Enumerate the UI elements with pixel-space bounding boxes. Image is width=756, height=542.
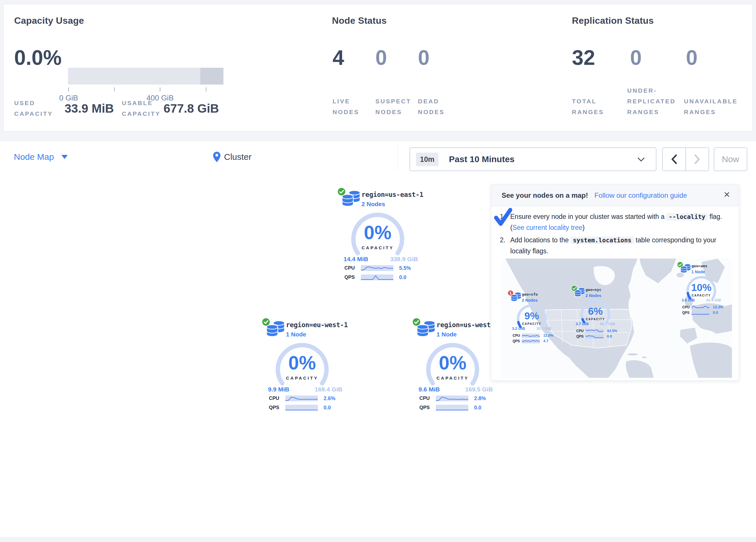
total-value: 65.7 GiB bbox=[600, 322, 615, 326]
live-nodes-label: LIVE NODES bbox=[333, 96, 359, 117]
capacity-percent: 0% bbox=[349, 221, 406, 243]
cpu-sparkline bbox=[586, 329, 603, 333]
nodes-count-link[interactable]: 1 Node bbox=[436, 331, 457, 338]
cpu-sparkline bbox=[436, 396, 468, 401]
qps-value: 0.0 bbox=[324, 405, 331, 411]
qps-label: QPS bbox=[576, 335, 586, 339]
qps-value: 0.0 bbox=[607, 335, 612, 339]
nodes-count-link[interactable]: 2 Nodes bbox=[362, 201, 385, 207]
view-toolbar: Node Map Cluster 10m Past 10 Minutes bbox=[0, 141, 756, 173]
capacity-percent: 9% bbox=[516, 310, 548, 322]
step-text: Add locations to the bbox=[510, 236, 570, 244]
live-nodes-count: 4 bbox=[333, 47, 344, 68]
total-value: 169.4 GiB bbox=[315, 386, 342, 393]
capacity-word: CAPACITY bbox=[274, 376, 331, 381]
qps-value: 0.0 bbox=[474, 405, 481, 411]
cpu-sparkline bbox=[691, 305, 709, 310]
capacity-word: CAPACITY bbox=[424, 376, 481, 381]
capacity-bar-reserved-segment bbox=[200, 68, 223, 84]
close-icon[interactable]: ✕ bbox=[724, 190, 730, 199]
qps-label: QPS bbox=[344, 275, 361, 280]
capacity-percent: 10% bbox=[685, 282, 717, 293]
nodes-count-link[interactable]: 1 Node bbox=[691, 269, 705, 274]
qps-label: QPS bbox=[513, 339, 522, 343]
cpu-label: CPU bbox=[419, 396, 436, 401]
qps-row: QPS 0.0 bbox=[419, 405, 481, 411]
popup-header: See your nodes on a map! Follow our conf… bbox=[491, 185, 739, 206]
popup-step-1: 1.Ensure every node in your cluster was … bbox=[500, 211, 729, 233]
total-value: 169.5 GiB bbox=[465, 386, 493, 393]
capacity-axis-label-0: 0 GiB bbox=[59, 93, 78, 102]
cpu-row: CPU 2.6% bbox=[269, 396, 335, 401]
time-range-badge: 10m bbox=[416, 152, 438, 166]
suspect-nodes-count: 0 bbox=[375, 47, 387, 68]
locality-tree-link[interactable]: See current locality tree bbox=[513, 224, 583, 231]
usable-capacity-label: USABLE CAPACITY bbox=[122, 98, 161, 119]
cpu-row: CPU 11.0% bbox=[513, 333, 553, 338]
stats-summary-card: Capacity Usage 0.0% 0 GiB 400 GiB USED C… bbox=[3, 4, 753, 131]
step-number: 2. bbox=[500, 235, 505, 245]
toolbar-divider bbox=[397, 143, 398, 170]
qps-row: QPS 0.0 bbox=[682, 311, 718, 315]
under-replicated-label: UNDER- REPLICATED RANGES bbox=[627, 85, 676, 117]
qps-sparkline bbox=[691, 311, 709, 315]
time-prev-button[interactable] bbox=[663, 148, 685, 170]
map-node-geo-sfo[interactable]: 1 geo=sfo 2 Nodes 9% CAPACITY 3.2 GiB 35 bbox=[507, 290, 565, 345]
map-node-geo-ams[interactable]: geo=ams 1 Node 10% CAPACITY 3.6 GiB 34.4… bbox=[677, 261, 732, 317]
nodes-count-link[interactable]: 2 Nodes bbox=[522, 298, 537, 303]
capacity-word: CAPACITY bbox=[579, 318, 611, 321]
qps-value: 0.0 bbox=[713, 311, 718, 315]
region-node-us-east-1[interactable]: region=us-east-1 2 Nodes 0% CAPACITY 14.… bbox=[335, 187, 422, 283]
database-icon bbox=[680, 264, 691, 274]
unavailable-label: UNAVAILABLE RANGES bbox=[684, 96, 738, 117]
used-capacity-value: 33.9 MiB bbox=[65, 102, 114, 115]
qps-label: QPS bbox=[682, 311, 691, 315]
now-button[interactable]: Now bbox=[714, 147, 747, 171]
under-replicated-count: 0 bbox=[630, 47, 642, 68]
time-range-select[interactable]: 10m Past 10 Minutes bbox=[410, 147, 656, 171]
configuration-guide-link[interactable]: Follow our configuration guide bbox=[594, 191, 687, 199]
region-node-us-west-1[interactable]: region=us-west-1 1 Node 0% CAPACITY 9.6 … bbox=[410, 318, 497, 413]
capacity-bar bbox=[68, 68, 223, 84]
axis-tick bbox=[206, 87, 206, 91]
popup-title: See your nodes on a map! bbox=[502, 191, 588, 199]
view-mode-dropdown[interactable]: Node Map bbox=[14, 141, 68, 173]
qps-sparkline bbox=[522, 339, 540, 344]
cpu-value: 12.3% bbox=[713, 305, 723, 309]
used-value: 9.9 MiB bbox=[268, 386, 289, 393]
step-text: ) bbox=[582, 224, 585, 231]
page-footer-band bbox=[0, 537, 756, 542]
chevron-down-icon bbox=[61, 155, 68, 159]
used-value: 3.7 GiB bbox=[576, 322, 589, 326]
breadcrumb[interactable]: Cluster bbox=[213, 141, 252, 173]
used-value: 9.6 MiB bbox=[419, 386, 440, 393]
cpu-row: CPU 42.5% bbox=[576, 329, 617, 333]
nodes-on-map-popup: See your nodes on a map! Follow our conf… bbox=[491, 184, 739, 381]
database-icon bbox=[575, 288, 585, 297]
cpu-row: CPU 5.5% bbox=[344, 265, 411, 271]
database-icon bbox=[511, 292, 521, 302]
view-mode-label: Node Map bbox=[14, 152, 54, 162]
cpu-value: 5.5% bbox=[399, 265, 411, 271]
capacity-gauge: 0% CAPACITY bbox=[424, 342, 481, 388]
dead-nodes-label: DEAD NODES bbox=[418, 96, 445, 117]
nodes-count-link[interactable]: 1 Node bbox=[286, 331, 306, 338]
qps-value: 4.7 bbox=[543, 339, 548, 343]
time-next-button[interactable] bbox=[685, 148, 709, 170]
cpu-value: 11.0% bbox=[543, 334, 553, 338]
qps-sparkline bbox=[361, 275, 393, 280]
cpu-label: CPU bbox=[576, 329, 586, 333]
capacity-usage-title: Capacity Usage bbox=[14, 15, 84, 26]
region-label: geo=sfo bbox=[522, 292, 538, 297]
cpu-value: 2.8% bbox=[474, 396, 486, 402]
region-node-eu-west-1[interactable]: region=eu-west-1 1 Node 0% CAPACITY 9.9 … bbox=[259, 318, 346, 413]
total-ranges-label: TOTAL RANGES bbox=[572, 96, 604, 117]
region-label: geo=ams bbox=[691, 264, 707, 268]
chevron-right-icon bbox=[694, 154, 700, 164]
map-node-geo-nyc[interactable]: geo=nyc 2 Nodes 6% CAPACITY 3.7 GiB 65.7… bbox=[571, 285, 629, 340]
nodes-count-link[interactable]: 2 Nodes bbox=[586, 293, 601, 298]
replication-status-title: Replication Status bbox=[572, 15, 654, 26]
axis-tick bbox=[114, 87, 115, 91]
cpu-label: CPU bbox=[344, 265, 361, 271]
used-value: 3.2 GiB bbox=[512, 326, 525, 331]
